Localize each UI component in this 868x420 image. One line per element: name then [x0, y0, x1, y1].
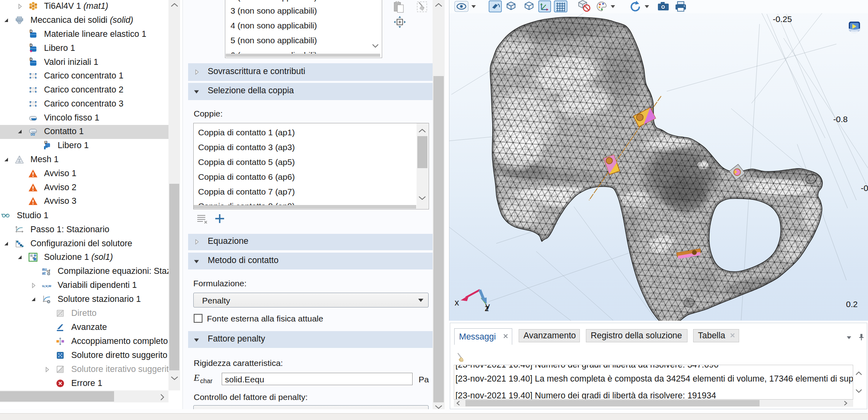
svg-text:-0.25: -0.25 [773, 14, 792, 24]
svg-text:D: D [30, 44, 32, 48]
svg-text:u,v,w: u,v,w [42, 283, 51, 288]
svg-text:-0.: -0. [861, 183, 868, 193]
svg-text:0.2: 0.2 [846, 299, 858, 309]
svg-text:z: z [485, 303, 489, 313]
svg-text:at: at [42, 271, 46, 275]
svg-text:D: D [30, 58, 32, 62]
svg-text:-0.8: -0.8 [833, 115, 848, 124]
svg-text:D: D [44, 141, 47, 145]
svg-text:x: x [455, 297, 459, 307]
svg-text:D: D [30, 30, 32, 34]
